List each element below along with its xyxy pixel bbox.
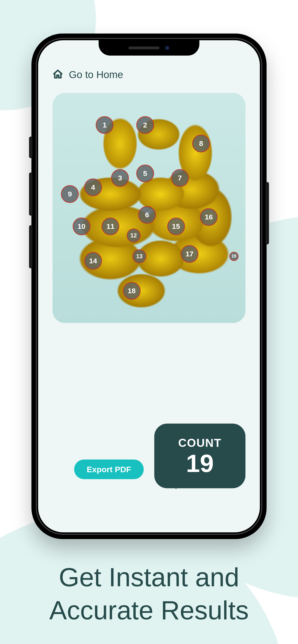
phone-side-button	[29, 225, 32, 268]
detection-marker[interactable]: 19	[229, 252, 238, 261]
detection-marker[interactable]: 14	[84, 252, 102, 270]
detection-marker[interactable]: 17	[181, 245, 198, 263]
detection-marker[interactable]: 5	[136, 164, 154, 182]
detection-marker[interactable]: 12	[127, 228, 140, 242]
detection-marker[interactable]: 10	[73, 218, 90, 235]
detection-marker[interactable]: 8	[192, 135, 210, 152]
tagline-line: Accurate Results	[19, 594, 279, 627]
phone-notch	[99, 40, 199, 56]
detection-marker[interactable]: 18	[123, 282, 140, 300]
count-label: COUNT	[178, 436, 222, 450]
detection-marker[interactable]: 16	[200, 208, 218, 226]
detection-marker[interactable]: 6	[138, 206, 156, 224]
go-home-link[interactable]: Go to Home	[53, 69, 245, 80]
detection-marker[interactable]: 1	[96, 116, 113, 134]
detection-marker[interactable]: 3	[111, 169, 129, 187]
phone-frame: Go to Home 12835749610111215161314171918…	[32, 34, 266, 539]
detection-marker[interactable]: 7	[171, 169, 189, 187]
phone-side-button	[266, 182, 269, 244]
detection-marker[interactable]: 13	[132, 250, 146, 263]
count-value: 19	[186, 451, 214, 476]
camera-icon	[165, 46, 170, 50]
export-pdf-button[interactable]: Export PDF	[74, 460, 144, 479]
detection-marker[interactable]: 15	[167, 218, 185, 235]
app-screen: Go to Home 12835749610111215161314171918…	[38, 40, 260, 532]
detection-marker[interactable]: 2	[136, 116, 154, 134]
detection-marker[interactable]: 9	[61, 185, 79, 203]
actions-area: Export PDF COUNT 19	[53, 424, 245, 496]
phone-side-button	[29, 172, 32, 216]
home-icon	[53, 69, 63, 80]
speaker-icon	[128, 46, 160, 49]
tagline-line: Get Instant and	[19, 560, 279, 594]
count-bubble: COUNT 19	[154, 424, 245, 488]
detection-marker[interactable]: 4	[84, 178, 102, 196]
detection-marker[interactable]: 11	[101, 218, 119, 235]
phone-side-button	[29, 136, 32, 158]
go-home-label: Go to Home	[69, 69, 123, 80]
marketing-tagline: Get Instant and Accurate Results	[0, 560, 298, 626]
detection-image[interactable]: 12835749610111215161314171918	[53, 93, 245, 323]
